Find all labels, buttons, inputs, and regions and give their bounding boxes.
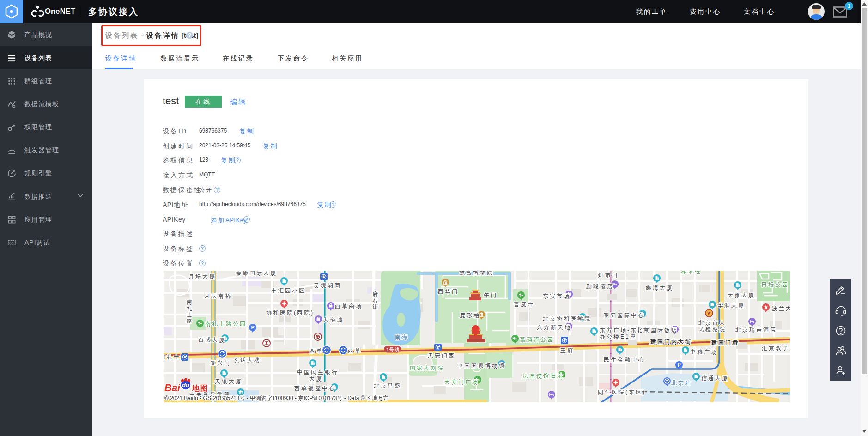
svg-text:明阳国际中心: 明阳国际中心 <box>603 312 645 319</box>
svg-text:北京昌盛: 北京昌盛 <box>374 382 401 389</box>
svg-text:中国民生银行: 中国民生银行 <box>297 369 339 375</box>
svg-text:地图: 地图 <box>192 384 209 392</box>
svg-text:百盛大厦: 百盛大厦 <box>198 337 226 343</box>
svg-text:天安门西: 天安门西 <box>428 352 455 359</box>
svg-text:南礼士路公园: 南礼士路公园 <box>205 321 247 327</box>
svg-text:长话大楼: 长话大楼 <box>233 357 261 363</box>
svg-text:波兰大使: 波兰大使 <box>772 305 790 312</box>
svg-text:日坛公园: 日坛公园 <box>761 281 789 288</box>
svg-text:鹿形柏: 鹿形柏 <box>460 312 480 319</box>
svg-text:天银大厦: 天银大厦 <box>215 378 243 385</box>
svg-text:东方新天地: 东方新天地 <box>537 324 571 331</box>
svg-text:灵境胡同: 灵境胡同 <box>314 282 341 289</box>
svg-text:灯市口: 灯市口 <box>598 272 619 279</box>
svg-text:北京瑞吉酒店: 北京瑞吉酒店 <box>735 327 777 333</box>
svg-text:同仁医院(东区): 同仁医院(东区) <box>598 389 646 395</box>
svg-text:民检察院: 民检察院 <box>698 326 726 333</box>
svg-text:府右街: 府右街 <box>372 291 379 310</box>
svg-text:丰汇园小区: 丰汇园小区 <box>271 287 306 294</box>
svg-text:建国门桥: 建国门桥 <box>711 339 739 346</box>
svg-text:北京国际饭店: 北京国际饭店 <box>637 327 678 333</box>
svg-text:汇京双子座大: 汇京双子座大 <box>762 345 790 351</box>
svg-text:1号线: 1号线 <box>386 347 400 352</box>
svg-text:泰康国际大厦: 泰康国际大厦 <box>236 271 277 276</box>
svg-text:西单银座中心: 西单银座中心 <box>294 385 336 392</box>
svg-text:月坛大厦: 月坛大厦 <box>188 273 216 280</box>
svg-text:故宫博物院: 故宫博物院 <box>459 271 494 276</box>
svg-text:复兴门: 复兴门 <box>210 360 231 366</box>
svg-text:西单: 西单 <box>310 348 323 354</box>
svg-text:北京协和医学院: 北京协和医学院 <box>543 315 591 322</box>
svg-text:大悦城: 大悦城 <box>323 317 344 323</box>
svg-text:午门: 午门 <box>484 292 498 298</box>
svg-text:© 2021 Baidu - GS(2019)5218号 -: © 2021 Baidu - GS(2019)5218号 - 甲测资字11009… <box>164 395 388 401</box>
svg-text:du: du <box>182 382 189 388</box>
svg-text:西单商场: 西单商场 <box>335 303 363 309</box>
svg-text:北京站: 北京站 <box>671 380 692 386</box>
svg-text:法国使馆旧址: 法国使馆旧址 <box>522 373 564 379</box>
svg-text:西单: 西单 <box>348 348 362 354</box>
svg-text:东安市场: 东安市场 <box>543 293 571 299</box>
svg-text:月坛南桥: 月坛南桥 <box>204 293 232 299</box>
svg-text:中粮广场: 中粮广场 <box>690 349 718 355</box>
svg-text:北京市人: 北京市人 <box>698 320 726 326</box>
svg-text:办公楼E1座: 办公楼E1座 <box>600 333 637 340</box>
svg-text:王府: 王府 <box>560 347 574 354</box>
svg-text:天安门广场: 天安门广场 <box>444 379 479 385</box>
svg-text:API: API <box>9 241 14 245</box>
svg-text:励骏酒店: 励骏酒店 <box>586 283 614 290</box>
svg-text:华润大厦: 华润大厦 <box>717 302 745 309</box>
svg-text:大厦: 大厦 <box>309 375 323 382</box>
svg-text:禄米仓: 禄米仓 <box>680 271 702 275</box>
svg-text:Bai: Bai <box>164 382 181 394</box>
svg-text:协和医院(西院): 协和医院(西院) <box>266 309 314 316</box>
svg-text:普度寺: 普度寺 <box>514 301 534 308</box>
svg-text:信通大厦: 信通大厦 <box>701 375 729 382</box>
svg-text:天雅大厦: 天雅大厦 <box>728 292 755 298</box>
svg-text:中国国家博物馆: 中国国家博物馆 <box>457 363 506 369</box>
svg-text:建国门内大街: 建国门内大街 <box>650 339 692 345</box>
svg-text:南海: 南海 <box>395 334 409 340</box>
svg-text:民生金融中心: 民生金融中心 <box>604 357 645 363</box>
svg-text:菖蒲河公园: 菖蒲河公园 <box>520 336 554 343</box>
svg-text:国家大剧院: 国家大剧院 <box>410 365 444 371</box>
svg-text:东方广场-东: 东方广场-东 <box>600 327 637 333</box>
svg-text:西华门: 西华门 <box>438 288 459 295</box>
svg-text:南礼士路: 南礼士路 <box>187 299 194 324</box>
svg-text:鑫海大厦: 鑫海大厦 <box>646 285 674 291</box>
